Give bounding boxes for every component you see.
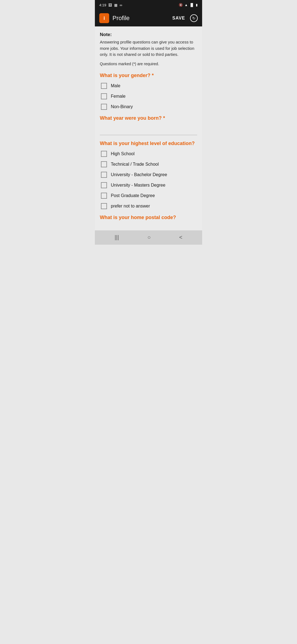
status-right: 🔇 ▲ ▐▌ ▮	[179, 3, 198, 7]
education-masters-label: University - Masters Degree	[111, 183, 165, 188]
education-postgrad-checkbox[interactable]	[101, 193, 107, 199]
education-postgrad-option[interactable]: Post Graduate Degree	[101, 193, 197, 199]
back-nav-icon: <	[179, 234, 183, 241]
education-postgrad-label: Post Graduate Degree	[111, 193, 155, 198]
signal-icon: ▐▌	[189, 3, 194, 7]
sync-icon[interactable]: ↻	[190, 14, 198, 22]
education-bachelor-checkbox[interactable]	[101, 172, 107, 178]
education-highschool-option[interactable]: High School	[101, 151, 197, 157]
gender-nonbinary-label: Non-Binary	[111, 104, 133, 109]
education-tradeschool-label: Technical / Trade School	[111, 162, 159, 167]
home-nav-icon: ○	[147, 234, 151, 241]
app-bar-right: SAVE ↻	[172, 14, 198, 22]
app-title: Profile	[112, 15, 130, 22]
education-question-label: What is your highest level of education?	[100, 141, 197, 146]
gender-male-option[interactable]: Male	[101, 83, 197, 89]
education-masters-checkbox[interactable]	[101, 182, 107, 188]
mute-icon: 🔇	[179, 3, 183, 7]
app-logo-icon: i	[99, 13, 109, 23]
gender-options: Male Female Non-Binary	[100, 83, 197, 110]
education-bachelor-option[interactable]: University - Bachelor Degree	[101, 172, 197, 178]
gender-nonbinary-option[interactable]: Non-Binary	[101, 104, 197, 110]
home-nav-button[interactable]: ○	[141, 232, 157, 243]
birth-year-question-label: What year were you born? *	[100, 115, 197, 121]
photo-icon: 🖼	[108, 3, 112, 7]
birth-year-input[interactable]	[100, 125, 197, 135]
education-prefer-not-option[interactable]: prefer not to answer	[101, 203, 197, 209]
status-time: 4:19	[99, 3, 106, 7]
postal-code-question-label: What is your home postal code?	[100, 215, 197, 220]
app-bar-left: i Profile	[99, 13, 130, 23]
education-tradeschool-option[interactable]: Technical / Trade School	[101, 161, 197, 167]
education-highschool-checkbox[interactable]	[101, 151, 107, 157]
education-tradeschool-checkbox[interactable]	[101, 161, 107, 167]
gender-female-option[interactable]: Female	[101, 93, 197, 99]
birth-year-section: What year were you born? *	[100, 115, 197, 135]
education-section: What is your highest level of education?…	[100, 141, 197, 209]
save-button[interactable]: SAVE	[172, 16, 185, 21]
education-highschool-label: High School	[111, 151, 134, 156]
note-title: Note:	[100, 32, 197, 37]
status-bar: 4:19 🖼 ▦ ∞ 🔇 ▲ ▐▌ ▮	[95, 0, 202, 10]
gender-question-label: What is your gender? *	[100, 73, 197, 78]
gender-nonbinary-checkbox[interactable]	[101, 104, 107, 110]
note-body: Answering profile questions can give you…	[100, 39, 197, 58]
education-bachelor-label: University - Bachelor Degree	[111, 172, 167, 177]
voicemail-icon: ∞	[120, 3, 122, 7]
menu-nav-icon: |||	[115, 234, 119, 241]
birth-year-input-wrapper	[100, 125, 197, 135]
battery-icon: ▮	[196, 3, 198, 7]
education-options: High School Technical / Trade School Uni…	[100, 151, 197, 209]
content-area: Note: Answering profile questions can gi…	[95, 26, 202, 230]
back-nav-button[interactable]: <	[173, 232, 189, 243]
education-masters-option[interactable]: University - Masters Degree	[101, 182, 197, 188]
status-left: 4:19 🖼 ▦ ∞	[99, 3, 122, 7]
menu-nav-button[interactable]: |||	[108, 232, 126, 243]
note-section: Note: Answering profile questions can gi…	[100, 32, 197, 66]
calendar-icon: ▦	[114, 3, 117, 7]
education-prefer-not-label: prefer not to answer	[111, 204, 150, 209]
gender-female-checkbox[interactable]	[101, 93, 107, 99]
app-bar: i Profile SAVE ↻	[95, 10, 202, 26]
bottom-nav: ||| ○ <	[95, 230, 202, 245]
wifi-icon: ▲	[185, 3, 188, 7]
gender-female-label: Female	[111, 94, 125, 99]
required-note: Questions marked (*) are required.	[100, 62, 197, 66]
gender-section: What is your gender? * Male Female Non-B…	[100, 73, 197, 110]
gender-male-checkbox[interactable]	[101, 83, 107, 89]
postal-code-section: What is your home postal code?	[100, 215, 197, 220]
education-prefer-not-checkbox[interactable]	[101, 203, 107, 209]
gender-male-label: Male	[111, 83, 120, 88]
